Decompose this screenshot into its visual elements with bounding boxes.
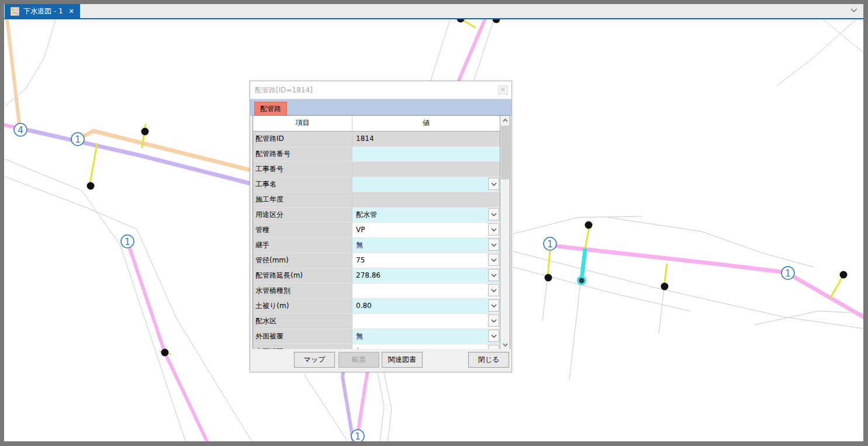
node-dot[interactable] bbox=[457, 19, 465, 23]
node-dot[interactable] bbox=[585, 222, 593, 229]
property-value-field[interactable]: 配水管 bbox=[352, 208, 500, 222]
property-value-field[interactable]: 0.80 bbox=[352, 299, 500, 313]
orange-pipe[interactable] bbox=[84, 131, 255, 171]
tab-sewer-map[interactable]: 下水道図 - 1 ✕ bbox=[5, 4, 80, 18]
pipe-count-marker[interactable]: 4 bbox=[14, 123, 27, 136]
map-button[interactable]: マップ bbox=[294, 352, 335, 368]
selected-node-core[interactable] bbox=[579, 278, 585, 283]
tab-list-chevron-down-icon[interactable] bbox=[850, 8, 857, 13]
road-line bbox=[823, 19, 863, 53]
property-value-field[interactable] bbox=[352, 147, 500, 161]
purple-pipe[interactable] bbox=[29, 130, 255, 185]
dropdown-chevron-icon[interactable] bbox=[488, 238, 499, 251]
scrollbar-up-icon[interactable] bbox=[500, 116, 510, 125]
related-docs-button[interactable]: 関連図書 bbox=[382, 352, 423, 368]
dropdown-chevron-icon[interactable] bbox=[488, 254, 499, 266]
yellow-pipe[interactable] bbox=[585, 227, 589, 250]
property-row: 用途区分配水管 bbox=[253, 208, 500, 223]
road-line bbox=[5, 177, 253, 441]
dialog-title-bar[interactable]: 配管路[ID=1814] ✕ bbox=[250, 81, 511, 99]
property-value-text: 配水管 bbox=[356, 210, 377, 219]
dialog-close-icon[interactable]: ✕ bbox=[498, 85, 508, 95]
dropdown-chevron-icon[interactable] bbox=[488, 284, 499, 296]
property-label: 工事名 bbox=[253, 177, 352, 192]
road-line bbox=[569, 283, 580, 380]
property-value-field[interactable] bbox=[352, 177, 500, 192]
property-label: 配管路延長(m) bbox=[253, 268, 352, 283]
property-value-field[interactable] bbox=[352, 162, 500, 177]
pipe-properties-dialog: 配管路[ID=1814] ✕ 配管路 項目 値 配管路ID1814配管路番号工事… bbox=[250, 81, 512, 372]
property-label: 外面被覆 bbox=[253, 329, 352, 344]
property-value-field[interactable]: 1814 bbox=[352, 132, 500, 146]
pipe-count-marker[interactable]: 1 bbox=[781, 267, 794, 279]
node-dot[interactable] bbox=[661, 283, 669, 291]
dropdown-chevron-icon[interactable] bbox=[488, 178, 499, 190]
pipe-count-marker[interactable]: 1 bbox=[351, 430, 364, 441]
property-value-field[interactable] bbox=[352, 192, 500, 207]
pipe-count-marker[interactable]: 1 bbox=[544, 237, 556, 250]
svg-text:4: 4 bbox=[18, 125, 23, 136]
yellow-pipe[interactable] bbox=[89, 144, 97, 187]
property-label: 工事番号 bbox=[253, 162, 352, 177]
pipe-count-marker[interactable]: 1 bbox=[121, 235, 134, 248]
pipe-count-marker[interactable]: 1 bbox=[71, 133, 84, 146]
dropdown-chevron-icon[interactable] bbox=[488, 314, 499, 327]
close-button[interactable]: 閉じる bbox=[468, 352, 509, 368]
property-row: 管径(mm)75 bbox=[253, 253, 500, 268]
column-header-value: 値 bbox=[352, 116, 500, 131]
pink-pipe[interactable] bbox=[556, 246, 863, 317]
column-header-item: 項目 bbox=[253, 116, 352, 131]
road-line bbox=[513, 251, 863, 329]
property-row: 外面被覆無 bbox=[253, 329, 500, 344]
property-value-field[interactable]: 無 bbox=[352, 238, 500, 253]
svg-text:1: 1 bbox=[547, 239, 553, 250]
table-scrollbar[interactable] bbox=[500, 116, 510, 350]
property-value-field[interactable]: 278.86 bbox=[352, 268, 500, 283]
dropdown-chevron-icon[interactable] bbox=[488, 299, 499, 312]
property-row: 配管路延長(m)278.86 bbox=[253, 268, 500, 283]
property-label: 水管橋種別 bbox=[253, 283, 352, 298]
report-button: 帳票 bbox=[338, 352, 379, 368]
dialog-tab-strip: 配管路 bbox=[250, 99, 511, 116]
pink-pipe[interactable] bbox=[130, 248, 208, 441]
tab-pipe-route[interactable]: 配管路 bbox=[254, 102, 287, 116]
property-label: 管種 bbox=[253, 223, 352, 237]
dropdown-chevron-icon[interactable] bbox=[488, 223, 499, 236]
property-row: 施工年度 bbox=[253, 192, 500, 208]
node-dot[interactable] bbox=[141, 128, 149, 136]
tab-close-icon[interactable]: ✕ bbox=[69, 8, 74, 15]
svg-text:1: 1 bbox=[355, 431, 361, 441]
property-value-field[interactable]: 75 bbox=[352, 253, 500, 268]
orange-pipe[interactable] bbox=[7, 19, 19, 124]
property-row: 配水区 bbox=[253, 314, 500, 329]
tab-title: 下水道図 - 1 bbox=[23, 6, 63, 16]
node-dot[interactable] bbox=[840, 271, 848, 279]
node-dot[interactable] bbox=[545, 274, 552, 282]
property-value-text: VP bbox=[356, 226, 365, 234]
road-line bbox=[659, 289, 664, 334]
svg-text:1: 1 bbox=[125, 237, 130, 247]
scrollbar-down-icon[interactable] bbox=[500, 340, 510, 350]
road-line bbox=[304, 374, 348, 441]
property-value-field[interactable] bbox=[352, 283, 500, 298]
dropdown-chevron-icon[interactable] bbox=[488, 208, 499, 220]
property-value-field[interactable] bbox=[352, 314, 500, 329]
node-dot[interactable] bbox=[161, 349, 169, 357]
dropdown-chevron-icon[interactable] bbox=[488, 269, 499, 281]
dropdown-chevron-icon[interactable] bbox=[488, 330, 499, 342]
property-row: 工事名 bbox=[253, 177, 500, 192]
map-thumbnail-icon bbox=[11, 7, 19, 16]
property-value-field[interactable]: VP bbox=[352, 223, 500, 237]
property-row: 工事番号 bbox=[253, 162, 500, 177]
property-label: 配管路ID bbox=[253, 132, 352, 146]
property-row: 継手無 bbox=[253, 238, 500, 253]
node-dot[interactable] bbox=[87, 182, 95, 190]
property-label: 配水区 bbox=[253, 314, 352, 329]
property-value-field[interactable]: 無 bbox=[352, 329, 500, 344]
property-value-text: 0.80 bbox=[356, 302, 372, 310]
scrollbar-thumb[interactable] bbox=[501, 126, 509, 179]
property-row: 水管橋種別 bbox=[253, 283, 500, 299]
road-line bbox=[384, 373, 392, 441]
selected-pipe-highlight[interactable] bbox=[582, 250, 585, 280]
property-row: 土被り(m)0.80 bbox=[253, 299, 500, 314]
